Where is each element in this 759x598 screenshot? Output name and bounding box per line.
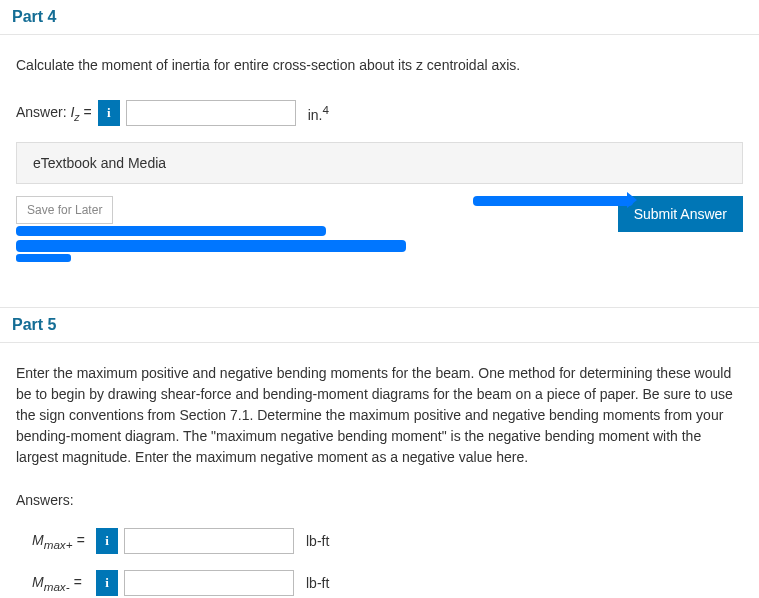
part-5-body: Enter the maximum positive and negative …: [0, 343, 759, 598]
unit-lbft-pos: lb-ft: [306, 533, 329, 549]
info-button-mmaxneg[interactable]: i: [96, 570, 118, 596]
var-m: M: [32, 574, 44, 590]
answers-label: Answers:: [16, 492, 743, 508]
part-4-title: Part 4: [0, 0, 759, 35]
redaction-mark: [16, 240, 406, 252]
equals: =: [73, 532, 85, 548]
var-m: M: [32, 532, 44, 548]
redaction-mark: [16, 226, 326, 236]
mmax-neg-label: Mmax- =: [32, 574, 90, 593]
mmax-negative-row: Mmax- = i lb-ft: [32, 570, 743, 596]
part-4-prompt: Calculate the moment of inertia for enti…: [16, 55, 743, 76]
answer-label: Answer: Iz =: [16, 104, 92, 123]
action-row: Save for Later Submit Answer: [16, 196, 743, 232]
unit-in4: in.4: [308, 103, 329, 123]
part-4-body: Calculate the moment of inertia for enti…: [0, 35, 759, 248]
answer-variable: Iz: [70, 104, 79, 120]
mmax-neg-input[interactable]: [124, 570, 294, 596]
equals: =: [80, 104, 92, 120]
mmax-pos-input[interactable]: [124, 528, 294, 554]
sub-maxplus: max+: [44, 537, 73, 550]
iz-input[interactable]: [126, 100, 296, 126]
unit-sup: 4: [322, 103, 328, 116]
etextbook-button[interactable]: eTextbook and Media: [16, 142, 743, 184]
part-5-title: Part 5: [0, 308, 759, 343]
redaction-mark: [473, 196, 633, 206]
section-divider: [0, 248, 759, 308]
unit-lbft-neg: lb-ft: [306, 575, 329, 591]
part-5-prompt: Enter the maximum positive and negative …: [16, 363, 743, 468]
save-for-later-button[interactable]: Save for Later: [16, 196, 113, 224]
part-5-section: Part 5 Enter the maximum positive and ne…: [0, 308, 759, 598]
mmax-positive-row: Mmax+ = i lb-ft: [32, 528, 743, 554]
unit-prefix: in.: [308, 107, 323, 123]
part-4-answer-row: Answer: Iz = i in.4: [16, 100, 743, 126]
info-button-mmaxpos[interactable]: i: [96, 528, 118, 554]
info-button-part4[interactable]: i: [98, 100, 120, 126]
redaction-mark: [16, 254, 71, 262]
equals: =: [70, 574, 82, 590]
answer-prefix: Answer:: [16, 104, 70, 120]
part-4-section: Part 4 Calculate the moment of inertia f…: [0, 0, 759, 248]
mmax-pos-label: Mmax+ =: [32, 532, 90, 551]
sub-maxminus: max-: [44, 579, 70, 592]
